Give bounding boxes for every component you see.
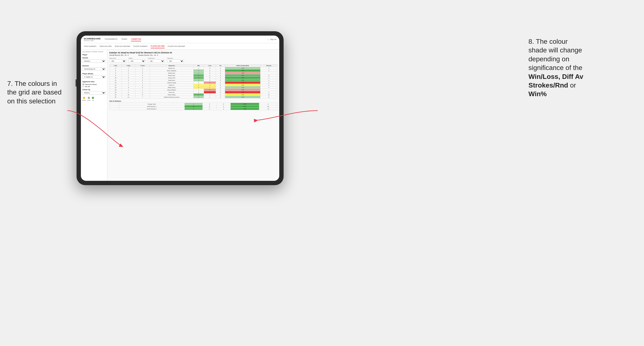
cell-loss: 0	[204, 67, 216, 69]
cell-tie: 0	[216, 105, 230, 108]
division-record: Division Record: 331 - 34 - 6	[138, 54, 158, 56]
cell-tie: 0	[216, 74, 225, 77]
sub-nav-team-summary[interactable]: TEAM SUMMARY	[84, 44, 96, 48]
radio-dot-top100	[82, 86, 84, 87]
cell-reg: 10	[122, 94, 135, 96]
cell-conf: 5	[135, 86, 150, 89]
cell-win: 1	[193, 89, 204, 91]
sub-nav-player-summary[interactable]: PLAYER SUMMARY	[133, 44, 148, 48]
cell-reg: 1	[122, 82, 135, 84]
cell-loss: 0	[204, 77, 216, 79]
arrow-right	[253, 106, 320, 125]
table-row: 3 1 1 Esther Lee 1 0 1 1.50 4	[110, 67, 277, 69]
filter-opponent: Opponent (All)	[167, 57, 184, 63]
nav-item-committee[interactable]: COMMITTEE	[131, 37, 141, 41]
radio-dot-opponents	[82, 83, 84, 85]
cell-win: 1	[193, 72, 204, 74]
cell-reg: 1	[122, 89, 135, 91]
cell-div: 13	[110, 82, 122, 84]
annotation-right: 8. The colour shade will change dependin…	[528, 37, 630, 99]
cell-loss: 0	[203, 108, 217, 110]
cell-reg: 1	[122, 67, 135, 69]
cell-reg: 7	[122, 84, 135, 86]
nav-item-tournaments[interactable]: TOURNAMENTS	[104, 37, 118, 41]
division-select[interactable]: NCAA Division III	[82, 67, 106, 71]
cell-win: 1	[193, 69, 204, 72]
cell-win: 1	[193, 67, 204, 69]
cell-tie: 1	[216, 67, 225, 69]
cell-loss: 1	[204, 82, 216, 84]
table-row: 19 10 6 Emily Chang 4 1 0 0.30 11	[110, 94, 277, 96]
cell-win: 4	[193, 94, 204, 96]
cell-conf: 1	[135, 82, 150, 84]
player-rank-select[interactable]: 8. Katelyn Vo	[82, 75, 106, 79]
cell-win: 0	[193, 82, 204, 84]
cell-conf: 2	[135, 69, 150, 72]
sub-nav-player-h2h-heatmap[interactable]: PLAYER H2H HEATMAP	[168, 44, 185, 48]
table-row: 16 1 1 Jessica Mason 1 2 0 -0.94	[110, 89, 277, 91]
cell-tie: 0	[216, 79, 225, 82]
radio-opponents-played[interactable]: Opponents Played	[82, 83, 106, 85]
conference-filter-select[interactable]: (All)	[148, 59, 165, 63]
cell-div: 15	[110, 86, 122, 89]
cell-rounds: 3	[260, 74, 277, 77]
colour-by-select[interactable]: Win/loss	[82, 91, 106, 95]
colour-dot-down	[83, 97, 85, 99]
cell-div: 16	[110, 89, 122, 91]
cell-win: 1	[184, 103, 202, 105]
cell-opponent: Alexis Sudjianto	[150, 69, 193, 72]
cell-opponent: Eunice Yi	[150, 84, 193, 86]
cell-tie: 0	[216, 103, 230, 105]
cell-diff: 1.33	[225, 96, 260, 98]
gender-select[interactable]: Women's	[82, 59, 106, 63]
cell-conf: 2	[135, 91, 150, 94]
cell-win: 2	[193, 84, 204, 86]
cell-conf: 3	[135, 72, 150, 74]
cell-rounds: 2	[260, 91, 277, 94]
cell-rounds	[260, 89, 277, 91]
nav-item-teams[interactable]: TEAMS	[121, 37, 127, 41]
cell-conf: 6	[135, 94, 150, 96]
cell-win: 0	[193, 91, 204, 94]
cell-div: 6	[110, 72, 122, 74]
cell-conf: 2	[135, 79, 150, 82]
cell-conf: 4	[135, 84, 150, 86]
cell-win: 5	[184, 108, 202, 110]
cell-diff: 4.00	[225, 69, 260, 72]
cell-diff: -5.00	[225, 91, 260, 94]
cell-loss: 0	[203, 103, 217, 105]
cell-rounds: 11	[260, 94, 277, 96]
filter-region: Region (All)	[128, 57, 146, 63]
cell-conf: 1	[135, 67, 150, 69]
cell-rounds: 4	[260, 86, 277, 89]
table-row: 18 2 2 Euna Lee 0 3 0 -5.00 2	[110, 91, 277, 94]
cell-loss: 1	[204, 96, 216, 98]
cell-label: NCAA Division 2	[119, 108, 185, 110]
opponent-filter-select[interactable]: (All)	[167, 59, 184, 63]
opponents-filter-select[interactable]: (All)	[109, 59, 126, 63]
cell-reg: 8	[122, 86, 135, 89]
cell-loss: 2	[204, 89, 216, 91]
sub-nav-team-h2h-heatmap[interactable]: TEAM H2H HEATMAP	[114, 44, 130, 48]
cell-reg: 5	[122, 79, 135, 82]
cell-reg: 2	[122, 69, 135, 72]
cell-div: 5	[110, 69, 122, 72]
logo: SCOREBOARD Powered by clippd	[84, 37, 101, 41]
top-nav: SCOREBOARD Powered by clippd TOURNAMENTS…	[81, 36, 279, 43]
cell-div: 3	[110, 67, 122, 69]
region-filter-select[interactable]: (All)	[128, 59, 146, 63]
cell-opponent: Federica Domecq Lacroze	[150, 96, 193, 98]
cell-win: 2	[193, 74, 204, 77]
cell-reg: 2	[122, 91, 135, 94]
cell-tie: 0	[216, 72, 225, 74]
cell-rounds: 2	[259, 103, 277, 105]
sign-out-button[interactable]: Sign out	[270, 37, 276, 41]
logo-text: SCOREBOARD	[84, 37, 101, 40]
cell-conf: 7	[135, 96, 150, 98]
sub-nav-player-h2h-grid[interactable]: PLAYER H2H GRID	[151, 44, 165, 48]
radio-top100[interactable]: Top 100	[82, 86, 106, 87]
cell-win: 1	[193, 79, 204, 82]
table-row: 20 11 7 Federica Domecq Lacroze 2 1 0 1.…	[110, 96, 277, 98]
cell-tie: 0	[216, 69, 225, 72]
sub-nav-team-h2h-grid[interactable]: TEAM H2H GRID	[100, 44, 112, 48]
